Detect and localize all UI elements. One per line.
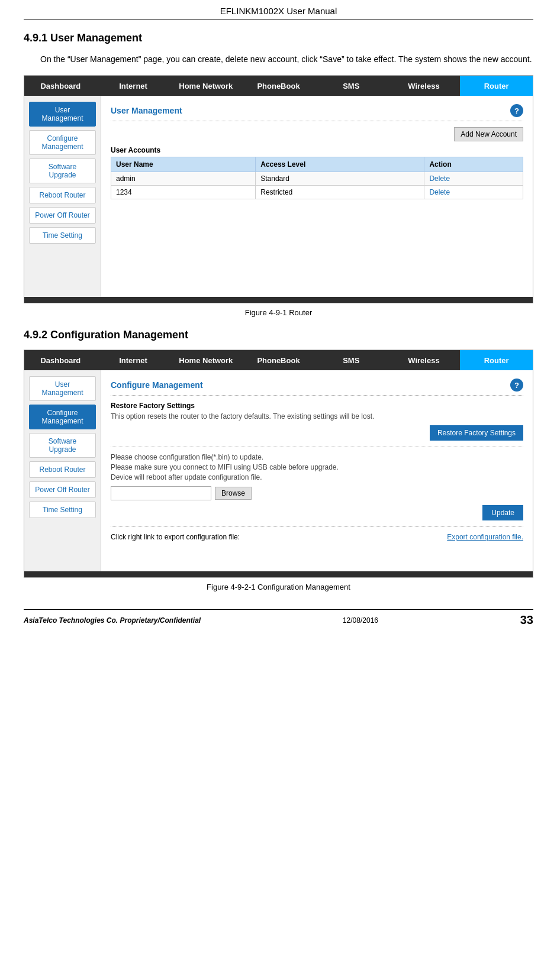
config-note-3: Device will reboot after update configur…	[111, 473, 523, 481]
table-row: admin Standard Delete	[111, 172, 523, 186]
sidebar-configure-management-2[interactable]: Configure Management	[29, 405, 96, 429]
divider-2	[111, 526, 523, 527]
user-accounts-label: User Accounts	[111, 146, 523, 154]
user-name-admin: admin	[111, 172, 256, 186]
access-level-admin: Standard	[256, 172, 424, 186]
restore-factory-button[interactable]: Restore Factory Settings	[430, 425, 523, 441]
sidebar-power-off-1[interactable]: Power Off Router	[29, 207, 96, 224]
footer-date: 12/08/2016	[343, 616, 378, 625]
add-account-row: Add New Account	[111, 127, 523, 146]
restore-desc: This option resets the router to the fac…	[111, 412, 523, 421]
nav-sms-1[interactable]: SMS	[315, 76, 388, 96]
sidebar-time-setting-1[interactable]: Time Setting	[29, 227, 96, 244]
section2-title: 4.9.2 Configuration Management	[24, 329, 533, 341]
export-config-link[interactable]: Export configuration file.	[447, 533, 523, 541]
user-name-1234: 1234	[111, 186, 256, 199]
router-ui-1: Dashboard Internet Home Network PhoneBoo…	[24, 75, 533, 303]
user-table: User Name Access Level Action admin Stan…	[111, 157, 523, 199]
update-btn-row: Update	[111, 505, 523, 520]
file-input-row: Browse	[111, 486, 523, 500]
user-management-title: User Management	[111, 106, 182, 115]
nav-internet-2[interactable]: Internet	[97, 350, 170, 370]
page-header: EFLINKM1002X User Manual	[24, 6, 533, 20]
nav-wireless-2[interactable]: Wireless	[388, 350, 461, 370]
page-number: 33	[520, 613, 533, 627]
content-title-1: User Management ?	[111, 104, 523, 121]
ui-footer-2	[24, 571, 533, 577]
content-title-2: Configure Management ?	[111, 379, 523, 396]
restore-btn-row: Restore Factory Settings	[111, 425, 523, 441]
sidebar-software-upgrade-1[interactable]: Software Upgrade	[29, 159, 96, 183]
update-button[interactable]: Update	[482, 505, 523, 520]
help-button-1[interactable]: ?	[510, 104, 523, 117]
nav-bar-1: Dashboard Internet Home Network PhoneBoo…	[24, 76, 533, 96]
nav-internet-1[interactable]: Internet	[97, 76, 170, 96]
ui-body-1: User Management Configure Management Sof…	[24, 96, 533, 297]
nav-phonebook-2[interactable]: PhoneBook	[242, 350, 315, 370]
nav-homenetwork-1[interactable]: Home Network	[169, 76, 242, 96]
col-username: User Name	[111, 157, 256, 172]
section1-desc: On the “User Management” page, you can c…	[24, 53, 533, 66]
help-button-2[interactable]: ?	[510, 379, 523, 392]
figure2-caption: Figure 4-9-2-1 Configuration Management	[24, 583, 533, 591]
sidebar-power-off-2[interactable]: Power Off Router	[29, 481, 96, 498]
file-input-box[interactable]	[111, 486, 211, 500]
sidebar-software-upgrade-2[interactable]: Software Upgrade	[29, 433, 96, 458]
footer-label: Proprietary/Confidential	[120, 616, 201, 625]
figure1-caption: Figure 4-9-1 Router	[24, 308, 533, 317]
config-note-1: Please choose configuration file(*.bin) …	[111, 453, 523, 461]
configure-management-title: Configure Management	[111, 380, 203, 390]
nav-router-1[interactable]: Router	[460, 76, 533, 96]
table-row: 1234 Restricted Delete	[111, 186, 523, 199]
sidebar-reboot-router-2[interactable]: Reboot Router	[29, 461, 96, 478]
export-row: Click right link to export configuration…	[111, 533, 523, 541]
nav-wireless-1[interactable]: Wireless	[388, 76, 461, 96]
nav-sms-2[interactable]: SMS	[315, 350, 388, 370]
action-admin: Delete	[424, 172, 523, 186]
browse-button[interactable]: Browse	[215, 487, 252, 500]
nav-bar-2: Dashboard Internet Home Network PhoneBoo…	[24, 350, 533, 370]
footer-left: AsiaTelco Technologies Co. Proprietary/C…	[24, 616, 201, 625]
header-title: EFLINKM1002X User Manual	[220, 6, 337, 16]
divider-1	[111, 447, 523, 447]
page-footer: AsiaTelco Technologies Co. Proprietary/C…	[24, 609, 533, 627]
sidebar-user-management-2[interactable]: User Management	[29, 376, 96, 401]
config-note-2: Please make sure you connect to MIFI usi…	[111, 463, 523, 471]
restore-section-title: Restore Factory Settings	[111, 402, 523, 410]
nav-dashboard-2[interactable]: Dashboard	[24, 350, 97, 370]
nav-dashboard-1[interactable]: Dashboard	[24, 76, 97, 96]
footer-company: AsiaTelco Technologies Co.	[24, 616, 118, 625]
ui-body-2: User Management Configure Management Sof…	[24, 370, 533, 571]
sidebar-reboot-router-1[interactable]: Reboot Router	[29, 187, 96, 203]
col-action: Action	[424, 157, 523, 172]
export-label: Click right link to export configuration…	[111, 533, 240, 541]
main-content-2: Configure Management ? Restore Factory S…	[101, 370, 533, 571]
section1-title: 4.9.1 User Management	[24, 32, 533, 44]
sidebar-1: User Management Configure Management Sof…	[24, 96, 101, 297]
col-access: Access Level	[256, 157, 424, 172]
nav-router-2[interactable]: Router	[460, 350, 533, 370]
nav-homenetwork-2[interactable]: Home Network	[169, 350, 242, 370]
router-ui-2: Dashboard Internet Home Network PhoneBoo…	[24, 350, 533, 578]
add-new-account-button[interactable]: Add New Account	[454, 127, 523, 141]
delete-admin[interactable]: Delete	[429, 174, 450, 183]
sidebar-time-setting-2[interactable]: Time Setting	[29, 502, 96, 518]
ui-footer-1	[24, 297, 533, 303]
main-content-1: User Management ? Add New Account User A…	[101, 96, 533, 297]
sidebar-2: User Management Configure Management Sof…	[24, 370, 101, 571]
sidebar-user-management-1[interactable]: User Management	[29, 102, 96, 127]
delete-1234[interactable]: Delete	[429, 188, 450, 196]
access-level-1234: Restricted	[256, 186, 424, 199]
action-1234: Delete	[424, 186, 523, 199]
nav-phonebook-1[interactable]: PhoneBook	[242, 76, 315, 96]
sidebar-configure-management-1[interactable]: Configure Management	[29, 130, 96, 155]
